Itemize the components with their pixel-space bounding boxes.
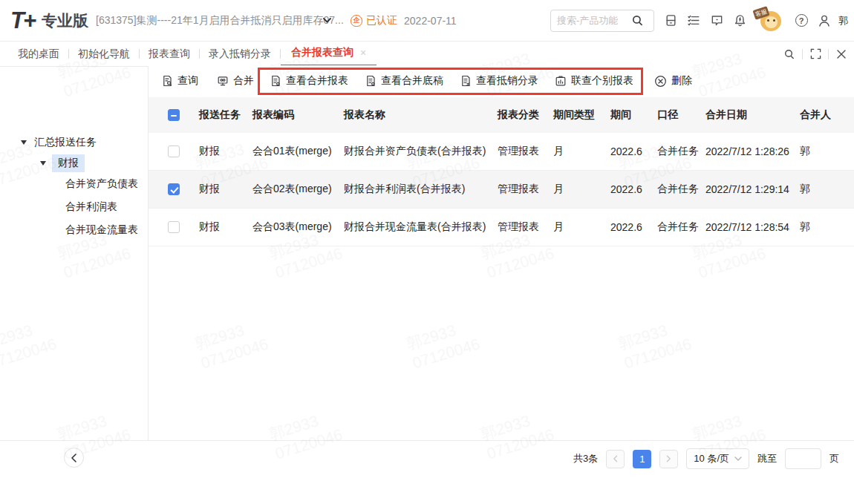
draft-doc-icon: [365, 75, 377, 87]
query-label: 查询: [177, 74, 198, 88]
cell-report-name: 财报合并现金流量表(合并报表): [344, 220, 498, 234]
column-header: 合并人: [800, 108, 854, 122]
chevron-right-icon: [666, 455, 671, 462]
cell-caliber: 合并任务: [657, 183, 705, 196]
table-row[interactable]: 财报 会合03表(merge) 财报合并现金流量表(合并报表) 管理报表 月 2…: [149, 209, 854, 246]
certified-date: 2022-07-11: [404, 15, 457, 27]
tab-my-desktop[interactable]: 我的桌面: [9, 42, 68, 67]
document-search-icon: [161, 75, 173, 87]
user-profile-icon[interactable]: [818, 14, 831, 27]
cell-merge-date: 2022/7/12 1:28:54: [705, 221, 800, 233]
column-header: 报表分类: [498, 108, 553, 122]
search-icon[interactable]: [631, 14, 644, 27]
app-window: T+ 专业版 [631375]集测----21年1月启用合并抵消只启用库存07.…: [0, 0, 854, 504]
page-unit-label: 页: [829, 452, 839, 465]
mascot-eye: [767, 19, 769, 22]
view-merged-report-button[interactable]: 查看合并报表: [270, 74, 348, 88]
footer-divider: [0, 440, 854, 441]
view-merged-draft-button[interactable]: 查看合并底稿: [365, 74, 443, 88]
pagination: 共3条 1 10 条/页 跳至 页: [573, 448, 839, 469]
caret-down-icon[interactable]: [21, 140, 27, 145]
row-checkbox[interactable]: [168, 145, 180, 157]
jump-page-input[interactable]: [785, 448, 821, 469]
watermark: 郭293307120046: [192, 315, 270, 373]
row-checkbox-checked[interactable]: [168, 183, 180, 195]
tree-node-label: 合并利润表: [65, 200, 117, 214]
cell-merge-date: 2022/7/12 1:28:26: [705, 145, 800, 157]
mascot-face-inner: [765, 16, 778, 28]
column-header: 报表名称: [344, 108, 498, 122]
jump-to-label: 跳至: [757, 452, 777, 465]
view-offset-entries-button[interactable]: 查看抵销分录: [460, 74, 538, 88]
calculator-icon[interactable]: [664, 14, 677, 27]
fullscreen-icon[interactable]: [803, 42, 828, 66]
tree-node-income-statement[interactable]: 合并利润表: [65, 200, 117, 214]
row-checkbox[interactable]: [168, 221, 180, 233]
merge-button[interactable]: 合并: [217, 74, 254, 88]
cell-report-category: 管理报表: [498, 183, 553, 196]
cell-period-type: 月: [553, 183, 610, 196]
tab-search-icon[interactable]: [777, 42, 802, 66]
cell-merge-user: 郭: [800, 145, 854, 158]
search-input[interactable]: [557, 15, 631, 26]
cell-merge-date: 2022/7/12 1:29:14: [705, 183, 800, 195]
cell-report-category: 管理报表: [498, 220, 553, 234]
message-icon[interactable]: [710, 14, 723, 27]
certified-badge: 企 已认证: [351, 14, 397, 27]
cell-report-task: 财报: [199, 145, 252, 158]
tree-node-root[interactable]: 汇总报送任务: [21, 136, 97, 149]
tab-init-navigation[interactable]: 初始化导航: [69, 42, 139, 67]
select-all-checkbox[interactable]: [168, 109, 180, 121]
chevron-down-icon: [734, 456, 742, 461]
page-size-select[interactable]: 10 条/页: [686, 448, 749, 469]
close-icon[interactable]: [829, 42, 854, 66]
prev-page-button[interactable]: [606, 450, 625, 468]
tree-node-group[interactable]: 财报: [40, 154, 85, 172]
cell-caliber: 合并任务: [657, 145, 705, 158]
page-size-value: 10 条/页: [694, 452, 729, 465]
account-switcher[interactable]: [631375]集测----21年1月启用合并抵消只启用库存07...: [96, 14, 331, 27]
tree-node-balance-sheet[interactable]: 合并资产负债表: [65, 177, 138, 191]
tab-report-query[interactable]: 报表查询: [140, 42, 199, 67]
help-icon[interactable]: ?: [795, 14, 808, 27]
table-row-selected[interactable]: 财报 会合02表(merge) 财报合并利润表(合并报表) 管理报表 月 202…: [149, 171, 854, 209]
cell-merge-user: 郭: [800, 220, 854, 234]
task-list-icon[interactable]: [687, 14, 700, 27]
table-row[interactable]: 财报 会合01表(merge) 财报合并资产负债表(合并报表) 管理报表 月 2…: [149, 133, 854, 171]
edition-label: 专业版: [42, 10, 88, 31]
tab-merged-report-query[interactable]: 合并报表查询 ×: [281, 42, 377, 67]
tree-node-cash-flow[interactable]: 合并现金流量表: [65, 223, 138, 237]
tree-node-label: 合并现金流量表: [65, 223, 138, 237]
tab-bar: 我的桌面 初始化导航 报表查询 录入抵销分录 合并报表查询 ×: [0, 42, 854, 67]
chevron-left-icon: [613, 455, 618, 462]
caret-down-icon[interactable]: [40, 161, 46, 166]
cell-report-task: 财报: [199, 183, 252, 196]
next-page-button[interactable]: [659, 450, 678, 468]
customer-service-mascot[interactable]: 客服: [754, 7, 785, 34]
product-search-box[interactable]: [550, 10, 654, 32]
notification-bell-icon[interactable]: [733, 14, 746, 27]
tab-close-icon[interactable]: ×: [360, 47, 366, 59]
watermark: 郭293307120046: [404, 315, 482, 373]
cell-report-code: 会合01表(merge): [252, 145, 344, 158]
cell-report-name: 财报合并利润表(合并报表): [344, 183, 498, 196]
cell-caliber: 合并任务: [657, 220, 705, 234]
delete-button[interactable]: 删除: [654, 74, 692, 88]
merge-label: 合并: [233, 74, 254, 88]
collapse-sidebar-button[interactable]: [64, 448, 84, 468]
active-tab-label: 合并报表查询: [291, 46, 353, 59]
linked-individual-report-button[interactable]: 联查个别报表: [555, 74, 633, 88]
tab-offset-entry[interactable]: 录入抵销分录: [200, 42, 280, 67]
chart-folder-icon: [555, 75, 567, 87]
cell-report-category: 管理报表: [498, 145, 553, 158]
certified-label: 已认证: [366, 14, 397, 27]
enterprise-shield-icon: 企: [351, 15, 362, 27]
watermark: 郭293307120046: [616, 315, 694, 373]
query-button[interactable]: 查询: [161, 74, 198, 88]
current-page-button[interactable]: 1: [633, 450, 651, 468]
column-header: 报表编码: [252, 108, 344, 122]
highlighted-actions-group: 查看合并报表 查看合并底稿 查看抵销分录 联查个别报表: [258, 68, 643, 95]
cell-merge-user: 郭: [800, 183, 854, 196]
account-title: [631375]集测----21年1月启用合并抵消只启用库存07...: [96, 14, 319, 27]
cell-period-type: 月: [553, 220, 610, 234]
